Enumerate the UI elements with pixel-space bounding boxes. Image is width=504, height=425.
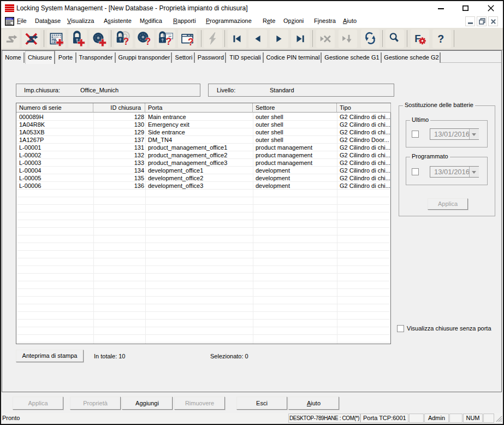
svg-text:?: ? — [123, 36, 129, 47]
svg-text:?: ? — [188, 37, 194, 48]
svg-text:?: ? — [145, 36, 151, 47]
svg-text:?: ? — [165, 36, 171, 47]
svg-text:?: ? — [437, 33, 444, 45]
